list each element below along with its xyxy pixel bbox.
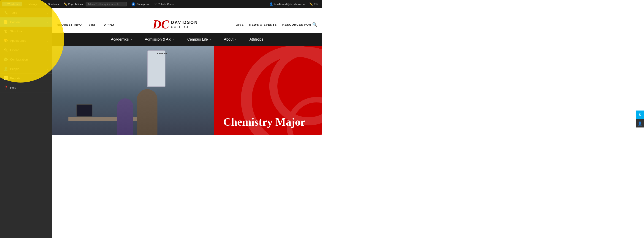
chevron-campus: ∨ (209, 38, 211, 41)
toolbar-divider (41, 2, 41, 7)
apply-link[interactable]: APPLY (104, 23, 115, 26)
toolbar-right: 👤 bewilliams1@davidson.edu ✏️ Edit (268, 1, 320, 7)
logo-college: COLLEGE (171, 25, 198, 29)
sidebar-item-extend-left: 🔌 Extend (4, 48, 19, 52)
manage-button[interactable]: ☰ Manage (23, 2, 39, 7)
content-icon: 📄 (4, 20, 8, 24)
chevron-down-icon-reports: ⌄ (46, 77, 48, 80)
chevron-down-icon: ⌄ (46, 11, 48, 14)
site-logo[interactable]: DC DAVIDSON COLLEGE (115, 19, 236, 31)
logo-mark: DC (153, 19, 169, 31)
sidebar-people-label: People (10, 67, 19, 71)
athletics-label: Athletics (250, 37, 263, 42)
people-icon: 👤 (4, 67, 8, 71)
page-actions-button[interactable]: ✏️ Page Actions (62, 1, 85, 7)
davidson-college-logo: DC DAVIDSON COLLEGE (153, 19, 198, 31)
chevron-down-icon-people: ⌄ (46, 67, 48, 70)
chevron-down-icon-structure: ⌄ (46, 30, 48, 33)
visit-link[interactable]: VISIT (89, 23, 98, 26)
hero-photo: BRUKER (52, 46, 214, 135)
sidebar-help-label: Help (10, 86, 16, 89)
sidebar-item-people[interactable]: 👤 People ⌄ (0, 64, 52, 74)
sidebar-configuration-label: Configuration (10, 58, 28, 61)
chevron-academics: ∨ (130, 38, 132, 41)
lab-equipment (147, 50, 166, 87)
sidebar-content-label: Content (10, 20, 20, 24)
shortcuts-button[interactable]: ★ Shortcuts (42, 1, 60, 7)
star-icon: ★ (44, 2, 47, 6)
edit-button[interactable]: ✏️ Edit (307, 2, 320, 7)
menu-icon: ☰ (24, 2, 27, 6)
sidebar-item-structure[interactable]: 🏗 Structure ⌄ (0, 27, 52, 36)
main-nav: Academics ∨ Admission & Aid ∨ Campus Lif… (52, 33, 322, 46)
nav-about[interactable]: About ∨ (218, 33, 243, 46)
edit-label: Edit (314, 3, 318, 6)
workbench-label: Workbench (7, 3, 20, 6)
shortcuts-label: Shortcuts (48, 3, 58, 6)
sidebar-item-people-left: 👤 People (4, 67, 19, 71)
resources-button[interactable]: RESOURCES FOR 🔍 (282, 22, 318, 27)
sidebar-item-configuration[interactable]: ⚙️ Configuration ⌄ (0, 55, 52, 64)
sidebar-item-tools[interactable]: 🔧 Tools ⌄ (0, 8, 52, 18)
appearance-icon: 🎨 (4, 39, 8, 43)
sidebar-item-content[interactable]: 📄 Content ⌄ (0, 18, 52, 27)
campus-life-label: Campus Life (187, 37, 208, 42)
rebuild-cache-button[interactable]: ↻ Rebuild Cache (152, 1, 176, 7)
help-icon: ❓ (4, 85, 8, 90)
sidebar-item-appearance[interactable]: 🎨 Appearance ⌄ (0, 36, 52, 45)
tools-icon: 🔧 (4, 11, 8, 15)
person-figure-left (117, 98, 133, 135)
sidebar-item-content-left: 📄 Content (4, 20, 20, 24)
news-events-link[interactable]: NEWS & EVENTS (249, 23, 277, 26)
sidebar-item-help-left: ❓ Help (4, 85, 16, 90)
sidebar-item-reports[interactable]: 📊 Reports ⌄ (0, 74, 52, 83)
give-link[interactable]: GIVE (236, 23, 244, 26)
resources-label: RESOURCES FOR (282, 23, 311, 26)
reports-icon: 📊 (4, 76, 8, 80)
workbench-button[interactable]: ⬡ Workbench (2, 2, 22, 7)
user-email: bewilliams1@davidson.edu (274, 3, 304, 6)
chevron-down-icon-configuration: ⌄ (46, 58, 48, 61)
logo-davidson: DAVIDSON (171, 20, 198, 25)
manage-label: Manage (28, 3, 38, 6)
hero-title: Chemistry Major (223, 116, 305, 128)
nav-academics[interactable]: Academics ∨ (104, 33, 138, 46)
sidebar-item-extend[interactable]: 🔌 Extend ⌄ (0, 45, 52, 55)
user-icon: 👤 (269, 2, 273, 6)
rebuild-cache-label: Rebuild Cache (158, 3, 174, 6)
siteimprove-button[interactable]: Si Siteimprove (130, 1, 152, 7)
admin-toolbar: ⬡ Workbench ☰ Manage ★ Shortcuts ✏️ Page… (0, 0, 322, 8)
user-account-button[interactable]: 👤 bewilliams1@davidson.edu (268, 1, 306, 7)
siteimprove-label: Siteimprove (136, 3, 150, 6)
refresh-icon: ↻ (154, 2, 157, 6)
equipment-label: BRUKER (157, 53, 167, 55)
sidebar-item-reports-left: 📊 Reports (4, 76, 20, 80)
sidebar-reports-label: Reports (10, 77, 20, 80)
sidebar: 🔧 Tools ⌄ 📄 Content ⌄ 🏗 Structure ⌄ 🎨 Ap… (0, 8, 52, 135)
computer-monitor (76, 104, 92, 117)
sidebar-item-appearance-left: 🎨 Appearance (4, 39, 26, 43)
chevron-down-icon-extend: ⌄ (46, 49, 48, 52)
about-label: About (224, 37, 234, 42)
request-info-link[interactable]: REQUEST INFO (57, 23, 82, 26)
site-header-top: REQUEST INFO VISIT APPLY DC DAVIDSON COL… (52, 16, 322, 33)
page-actions-label: Page Actions (68, 3, 83, 6)
edit-icon: ✏️ (309, 2, 313, 6)
logo-text: DAVIDSON COLLEGE (171, 20, 198, 29)
nav-admission-aid[interactable]: Admission & Aid ∨ (138, 33, 181, 46)
sidebar-item-help[interactable]: ❓ Help (0, 83, 52, 92)
academics-label: Academics (111, 37, 129, 42)
nav-athletics[interactable]: Athletics (243, 33, 270, 46)
chevron-down-icon-appearance: ⌄ (46, 39, 48, 42)
hero-section: BRUKER Chemistry Major (52, 46, 322, 135)
sidebar-item-configuration-left: ⚙️ Configuration (4, 57, 28, 61)
extend-icon: 🔌 (4, 48, 8, 52)
search-icon: 🔍 (312, 22, 318, 27)
main-content: REQUEST INFO VISIT APPLY DC DAVIDSON COL… (52, 16, 322, 135)
toolbar-search-input[interactable] (86, 2, 127, 7)
chevron-about: ∨ (235, 38, 237, 41)
drupal-icon: ⬡ (4, 2, 6, 6)
hero-text-panel: Chemistry Major (214, 46, 322, 135)
toolbar-divider-2 (128, 2, 128, 7)
nav-campus-life[interactable]: Campus Life ∨ (181, 33, 218, 46)
